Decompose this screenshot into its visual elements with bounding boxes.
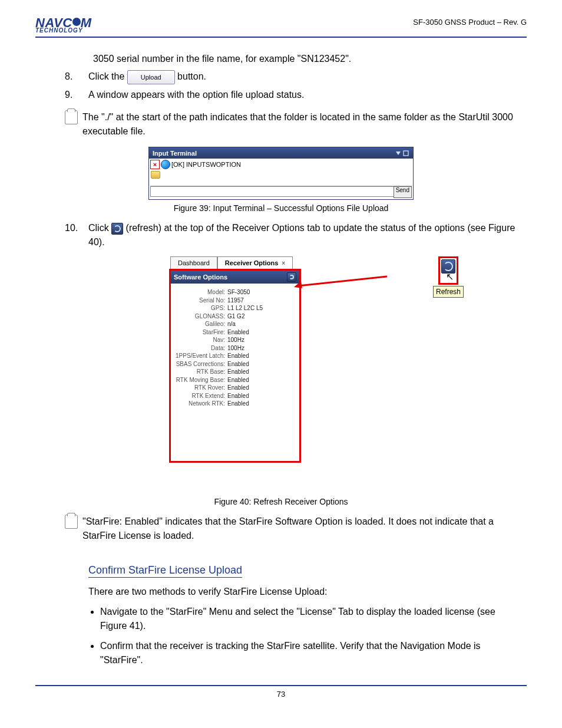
option-row: GLONASS:G1 G2 <box>174 312 296 321</box>
option-row: RTK Base:Enabled <box>174 368 296 376</box>
option-value: n/a <box>227 320 296 328</box>
header-rule <box>35 37 527 38</box>
option-value: Enabled <box>227 384 296 392</box>
step-text: Click the Upload button. <box>88 70 527 85</box>
option-key: RTK Rover: <box>174 384 227 392</box>
dropdown-icon[interactable] <box>394 150 409 157</box>
option-key: SBAS Corrections: <box>174 360 227 368</box>
option-row: RTK Extend:Enabled <box>174 392 296 400</box>
cursor-icon: ↖ <box>446 272 454 282</box>
option-key: Nav: <box>174 336 227 344</box>
step-9: 9. A window appears with the option file… <box>65 88 527 102</box>
refresh-icon[interactable] <box>111 223 123 235</box>
option-key: RTK Moving Base: <box>174 376 227 384</box>
terminal-body: × [OK] INPUTSWOPTION Send <box>149 159 413 199</box>
globe-icon <box>161 160 170 169</box>
figure-40: Dashboard Receiver Options× Software Opt… <box>169 256 393 492</box>
bullet-list: Navigate to the "StarFire" Menu and sele… <box>100 605 515 667</box>
step-number: 9. <box>65 88 88 102</box>
option-value: 100Hz <box>227 336 296 344</box>
option-value: SF-3050 <box>227 288 296 297</box>
option-row: SBAS Corrections:Enabled <box>174 360 296 368</box>
option-key: GPS: <box>174 304 227 312</box>
paragraph: There are two methods to verify StarFire… <box>88 585 515 599</box>
option-row: RTK Moving Base:Enabled <box>174 376 296 384</box>
step-8-post: button. <box>177 71 206 81</box>
option-key: Serial No: <box>174 297 227 305</box>
option-value: L1 L2 L2C L5 <box>227 304 296 312</box>
option-row: 1PPS/Event Latch:Enabled <box>174 352 296 360</box>
option-value: Enabled <box>227 328 296 337</box>
step-8: 8. Click the Upload button. <box>65 70 527 85</box>
option-value: 100Hz <box>227 344 296 353</box>
close-icon[interactable]: × <box>150 160 160 169</box>
option-value: Enabled <box>227 352 296 360</box>
terminal-line2 <box>150 169 412 180</box>
option-row: Data:100Hz <box>174 344 296 353</box>
send-button[interactable]: Send <box>394 186 412 198</box>
tab-receiver-options[interactable]: Receiver Options× <box>217 256 293 269</box>
option-key: Network RTK: <box>174 400 227 408</box>
input-terminal-panel: Input Terminal × [OK] INPUTSWOPTION Send <box>148 147 414 200</box>
option-value: G1 G2 <box>227 312 296 321</box>
option-key: StarFire: <box>174 328 227 337</box>
page-header: NAVCM TECHNOLOGY SF-3050 GNSS Product – … <box>35 18 527 33</box>
option-value: Enabled <box>227 400 296 408</box>
logo-gear-icon <box>72 18 81 26</box>
terminal-title: Input Terminal <box>153 150 197 157</box>
svg-marker-0 <box>396 151 401 155</box>
refresh-callout: ↖ Refresh <box>433 256 464 298</box>
terminal-input[interactable] <box>150 186 394 197</box>
terminal-title-icons <box>394 149 409 157</box>
tab-dashboard[interactable]: Dashboard <box>170 256 217 269</box>
doc-title: SF-3050 GNSS Product – Rev. G <box>413 18 527 27</box>
intro-text: 3050 serial number in the file name, for… <box>93 52 515 66</box>
option-value: Enabled <box>227 368 296 376</box>
refresh-icon[interactable] <box>441 259 455 274</box>
navcom-logo: NAVCM TECHNOLOGY <box>35 18 92 33</box>
option-value: 11957 <box>227 297 296 305</box>
step-number: 8. <box>65 70 88 85</box>
option-key: GLONASS: <box>174 312 227 321</box>
step-8-pre: Click the <box>88 71 127 81</box>
option-key: RTK Base: <box>174 368 227 376</box>
option-row: GPS:L1 L2 L2C L5 <box>174 304 296 312</box>
option-key: Data: <box>174 344 227 353</box>
list-item: Navigate to the "StarFire" Menu and sele… <box>100 605 515 633</box>
terminal-input-row: Send <box>150 186 412 198</box>
options-title: Software Options <box>174 274 227 281</box>
option-key: 1PPS/Event Latch: <box>174 352 227 360</box>
note-2-text: "StarFire: Enabled" indicates that the S… <box>82 515 527 543</box>
step-text: A window appears with the option file up… <box>88 88 527 102</box>
option-row: Nav:100Hz <box>174 336 296 344</box>
option-key: Galileo: <box>174 320 227 328</box>
option-row: Serial No:11957 <box>174 297 296 305</box>
svg-rect-1 <box>404 151 408 156</box>
option-value: Enabled <box>227 360 296 368</box>
terminal-line: × [OK] INPUTSWOPTION <box>150 160 412 169</box>
option-key: RTK Extend: <box>174 392 227 400</box>
tab-close-icon[interactable]: × <box>282 260 285 266</box>
options-titlebar: Software Options <box>171 271 299 284</box>
tab-label: Receiver Options <box>225 259 278 266</box>
list-item: Confirm that the receiver is tracking th… <box>100 639 515 667</box>
footer-rule <box>35 685 527 686</box>
option-key: Model: <box>174 288 227 297</box>
option-row: RTK Rover:Enabled <box>174 384 296 392</box>
folder-icon[interactable] <box>151 171 160 179</box>
option-row: Galileo:n/a <box>174 320 296 328</box>
figure-40-caption: Figure 40: Refresh Receiver Options <box>35 497 527 506</box>
terminal-message: [OK] INPUTSWOPTION <box>171 161 241 168</box>
figure-39-caption: Figure 39: Input Terminal – Successful O… <box>35 203 527 213</box>
note-1: The "./" at the start of the path indica… <box>65 110 527 139</box>
option-row: Network RTK:Enabled <box>174 400 296 408</box>
step-text: Click (refresh) at the top of the Receiv… <box>88 221 527 249</box>
refresh-icon[interactable] <box>287 272 296 282</box>
section-heading: Confirm StarFire License Upload <box>88 564 242 578</box>
upload-button[interactable]: Upload <box>127 70 175 85</box>
terminal-titlebar: Input Terminal <box>149 147 413 159</box>
options-list: Model:SF-3050Serial No:11957GPS:L1 L2 L2… <box>171 284 299 461</box>
callout-box: ↖ <box>438 256 458 285</box>
option-value: Enabled <box>227 392 296 400</box>
note-icon <box>65 515 78 529</box>
